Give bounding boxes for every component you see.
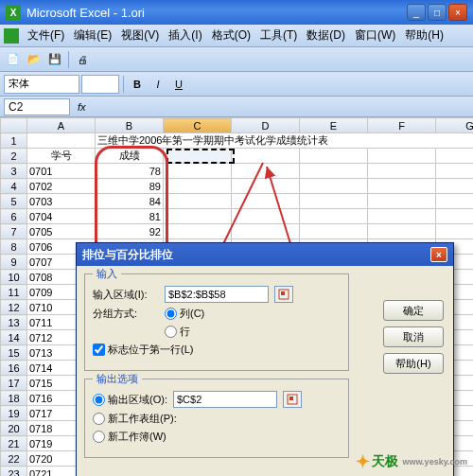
italic-icon[interactable]: I [149, 75, 167, 94]
menu-window[interactable]: 窗口(W) [351, 26, 399, 45]
save-icon[interactable]: 💾 [45, 50, 64, 69]
dialog-title: 排位与百分比排位 [82, 247, 173, 263]
menu-edit[interactable]: 编辑(E) [70, 26, 115, 45]
row-header[interactable]: 1 [1, 133, 27, 149]
dialog-titlebar[interactable]: 排位与百分比排位 × [77, 243, 453, 266]
underline-icon[interactable]: U [169, 75, 188, 94]
range-picker-icon[interactable] [274, 286, 293, 303]
row-header[interactable]: 6 [1, 209, 27, 224]
new-icon[interactable]: 📄 [4, 50, 23, 69]
row-header[interactable]: 2 [1, 149, 27, 164]
separator [68, 51, 69, 68]
output-range-radio[interactable]: 输出区域(O): [93, 393, 167, 407]
labels-first-row-checkbox[interactable]: 标志位于第一行(L) [93, 343, 193, 357]
fx-icon[interactable]: fx [78, 101, 86, 113]
row-header[interactable]: 4 [1, 179, 27, 194]
name-box[interactable]: C2 [4, 98, 70, 115]
row-header[interactable]: 20 [1, 421, 27, 436]
row-header[interactable]: 15 [1, 345, 27, 361]
font-name-select[interactable]: 宋体 [4, 75, 79, 94]
row-header[interactable]: 11 [1, 285, 27, 300]
group-by-row-radio[interactable]: 行 [165, 325, 190, 339]
minimize-button[interactable]: _ [407, 4, 426, 21]
input-group-label: 输入 [93, 267, 121, 281]
row-header[interactable]: 17 [1, 376, 27, 391]
star-icon: ✦ [356, 451, 370, 472]
col-header[interactable]: E [300, 118, 368, 133]
cell[interactable]: 84 [96, 194, 164, 209]
dialog-close-button[interactable]: × [430, 247, 447, 262]
svg-rect-5 [289, 397, 293, 400]
new-workbook-radio[interactable]: 新工作簿(W) [93, 430, 166, 444]
range-picker-icon[interactable] [283, 391, 302, 408]
standard-toolbar: 📄 📂 💾 🖨 [0, 47, 473, 72]
menu-help[interactable]: 帮助(H) [401, 26, 447, 45]
row-header[interactable]: 5 [1, 194, 27, 209]
input-range-field[interactable] [165, 286, 269, 303]
row-header[interactable]: 23 [1, 467, 27, 477]
ok-button[interactable]: 确定 [383, 300, 444, 321]
maximize-button[interactable]: □ [428, 4, 447, 21]
cell[interactable]: 78 [96, 164, 164, 179]
row-header[interactable]: 19 [1, 406, 27, 421]
cell[interactable]: 89 [96, 179, 164, 194]
cell[interactable]: 0701 [27, 164, 96, 179]
help-button[interactable]: 帮助(H) [383, 353, 444, 374]
close-button[interactable]: × [448, 4, 467, 21]
menu-file[interactable]: 文件(F) [24, 26, 68, 45]
cell[interactable]: 0702 [27, 179, 96, 194]
cancel-button[interactable]: 取消 [383, 326, 444, 347]
cell[interactable]: 0704 [27, 209, 96, 224]
cell[interactable]: 学号 [27, 149, 96, 164]
cell[interactable]: 0705 [27, 224, 96, 239]
row-header[interactable]: 22 [1, 451, 27, 467]
window-titlebar: X Microsoft Excel - 1.ori _ □ × [0, 0, 473, 25]
watermark: ✦ 天极 www.yesky.com [356, 451, 467, 472]
col-header[interactable]: B [96, 118, 164, 133]
row-header[interactable]: 14 [1, 330, 27, 345]
cell[interactable]: 0703 [27, 194, 96, 209]
output-group-label: 输出选项 [93, 372, 142, 386]
rank-percentile-dialog: 排位与百分比排位 × 输入 输入区域(I): 分组方式: 列(C) 行 标志位于… [76, 242, 454, 476]
print-icon[interactable]: 🖨 [73, 50, 92, 69]
group-by-label: 分组方式: [93, 307, 159, 321]
row-header[interactable]: 7 [1, 224, 27, 239]
input-range-label: 输入区域(I): [93, 288, 159, 302]
menu-format[interactable]: 格式(O) [208, 26, 254, 45]
col-header[interactable]: G [436, 118, 474, 133]
menu-data[interactable]: 数据(D) [303, 26, 349, 45]
row-header[interactable]: 9 [1, 255, 27, 270]
format-toolbar: 宋体 B I U [0, 72, 473, 97]
cell[interactable]: 成绩 [96, 149, 164, 164]
col-header[interactable]: C [164, 118, 232, 133]
app-icon [4, 28, 19, 44]
row-header[interactable]: 8 [1, 239, 27, 255]
row-header[interactable]: 10 [1, 270, 27, 285]
new-worksheet-radio[interactable]: 新工作表组(P): [93, 412, 177, 426]
row-header[interactable]: 16 [1, 361, 27, 376]
group-by-column-radio[interactable]: 列(C) [165, 307, 204, 321]
row-header[interactable]: 18 [1, 391, 27, 406]
separator [123, 76, 124, 93]
cell[interactable]: 92 [96, 224, 164, 239]
window-title: Microsoft Excel - 1.ori [26, 6, 407, 20]
row-header[interactable]: 3 [1, 164, 27, 179]
col-header[interactable]: F [368, 118, 436, 133]
open-icon[interactable]: 📂 [25, 50, 44, 69]
menu-tools[interactable]: 工具(T) [256, 26, 301, 45]
row-header[interactable]: 21 [1, 436, 27, 451]
menubar: 文件(F) 编辑(E) 视图(V) 插入(I) 格式(O) 工具(T) 数据(D… [0, 25, 473, 47]
watermark-url: www.yesky.com [402, 457, 467, 467]
output-range-field[interactable] [173, 391, 277, 408]
col-header[interactable]: D [232, 118, 300, 133]
sheet-title-cell[interactable]: 三维中学2006年第一学期期中考试化学成绩统计表 [96, 133, 474, 149]
font-size-select[interactable] [81, 75, 119, 94]
row-header[interactable]: 12 [1, 300, 27, 315]
menu-insert[interactable]: 插入(I) [165, 26, 205, 45]
cell[interactable]: 81 [96, 209, 164, 224]
menu-view[interactable]: 视图(V) [117, 26, 163, 45]
row-header[interactable]: 13 [1, 315, 27, 330]
col-header[interactable]: A [27, 118, 96, 133]
formula-bar: C2 fx [0, 97, 473, 117]
bold-icon[interactable]: B [128, 75, 147, 94]
